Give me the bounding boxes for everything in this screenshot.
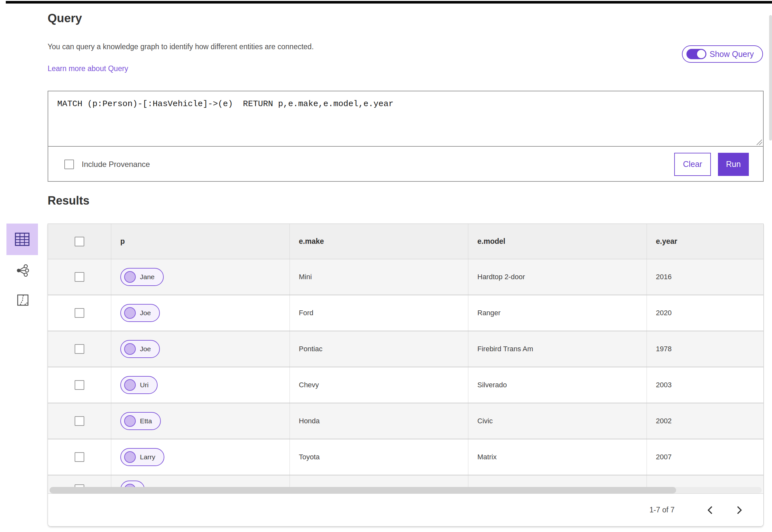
entity-pill[interactable]: Joe (120, 304, 160, 322)
row-checkbox[interactable] (75, 272, 84, 282)
row-checkbox[interactable] (75, 308, 84, 318)
table-row: Etta Honda Civic 2002 (48, 403, 763, 439)
cell-year: 1978 (647, 331, 763, 367)
cell-make: Honda (290, 403, 468, 439)
cell-model: Hardtop 2-door (468, 259, 647, 295)
page-title: Query (48, 12, 82, 25)
entity-node-icon (124, 343, 136, 355)
next-page-button[interactable] (733, 504, 746, 517)
include-provenance-label: Include Provenance (82, 160, 150, 169)
run-button[interactable]: Run (718, 153, 749, 176)
cell-year: 2002 (647, 403, 763, 439)
query-editor-panel: MATCH (p:Person)-[:HasVehicle]->(e) RETU… (48, 91, 764, 182)
horizontal-scrollbar[interactable] (50, 487, 762, 493)
row-checkbox[interactable] (75, 416, 84, 426)
table-row: Larry Toyota Matrix 2007 (48, 439, 763, 475)
table-header-row: p e.make e.model e.year (48, 224, 763, 259)
horizontal-scrollbar-thumb[interactable] (50, 487, 676, 493)
cell-make: Ford (290, 295, 468, 331)
entity-pill[interactable]: Larry (120, 448, 164, 466)
entity-node-icon (124, 415, 136, 427)
table-view-icon (15, 233, 30, 246)
chevron-right-icon (737, 506, 742, 514)
column-header-p[interactable]: p (111, 224, 290, 259)
link-chart-view-button[interactable] (16, 264, 29, 278)
entity-pill[interactable]: Etta (120, 412, 161, 430)
cell-model: Silverado (468, 367, 647, 403)
cell-make: Mini (290, 259, 468, 295)
show-query-toggle[interactable]: Show Query (682, 45, 763, 63)
column-header-model[interactable]: e.model (468, 224, 647, 259)
query-page: Query You can query a knowledge graph to… (0, 0, 772, 532)
row-checkbox[interactable] (75, 452, 84, 462)
window-top-edge (6, 1, 772, 4)
previous-page-button[interactable] (703, 504, 716, 517)
cell-make: Toyota (290, 439, 468, 475)
cell-year: 2007 (647, 439, 763, 475)
page-description: You can query a knowledge graph to ident… (48, 42, 314, 51)
pagination-range: 1-7 of 7 (649, 506, 675, 514)
entity-node-icon (124, 379, 136, 391)
entity-node-icon (124, 271, 136, 283)
table-row: Joe Pontiac Firebird Trans Am 1978 (48, 331, 763, 367)
vertical-scrollbar[interactable] (769, 15, 772, 141)
toggle-on-icon (686, 49, 706, 59)
cell-year: 2020 (647, 295, 763, 331)
map-view-button[interactable] (17, 294, 29, 307)
cell-year: 2003 (647, 367, 763, 403)
entity-pill[interactable]: Jane (120, 268, 164, 286)
include-provenance-checkbox[interactable] (64, 160, 74, 169)
entity-pill[interactable]: Joe (120, 340, 160, 358)
entity-node-icon (124, 307, 136, 319)
chevron-left-icon (707, 506, 713, 514)
entity-pill[interactable]: Uri (120, 376, 158, 394)
entity-node-icon (124, 451, 136, 463)
column-header-year[interactable]: e.year (647, 224, 763, 259)
query-input[interactable]: MATCH (p:Person)-[:HasVehicle]->(e) RETU… (48, 91, 763, 147)
column-header-make[interactable]: e.make (290, 224, 468, 259)
map-view-icon (17, 294, 29, 306)
table-row: Joe Ford Ranger 2020 (48, 295, 763, 331)
cell-make: Pontiac (290, 331, 468, 367)
show-query-label: Show Query (710, 50, 754, 59)
table-row: Uri Chevy Silverado 2003 (48, 367, 763, 403)
cell-model: Civic (468, 403, 647, 439)
cell-year: 2016 (647, 259, 763, 295)
cell-model: Matrix (468, 439, 647, 475)
resize-handle-icon[interactable] (757, 140, 762, 145)
table-view-button[interactable] (6, 224, 38, 255)
cell-model: Ranger (468, 295, 647, 331)
results-table-panel: p e.make e.model e.year Jane Mini Hardto… (48, 224, 764, 527)
results-heading: Results (48, 194, 89, 207)
clear-button[interactable]: Clear (674, 153, 711, 176)
row-checkbox[interactable] (75, 380, 84, 390)
table-row: Jane Mini Hardtop 2-door 2016 (48, 259, 763, 295)
link-chart-view-icon (16, 264, 29, 277)
row-checkbox[interactable] (75, 344, 84, 354)
learn-more-link[interactable]: Learn more about Query (48, 64, 128, 73)
results-footer: 1-7 of 7 (48, 493, 763, 526)
cell-make: Chevy (290, 367, 468, 403)
cell-model: Firebird Trans Am (468, 331, 647, 367)
include-provenance-option[interactable]: Include Provenance (64, 160, 150, 169)
select-all-checkbox[interactable] (75, 237, 84, 246)
